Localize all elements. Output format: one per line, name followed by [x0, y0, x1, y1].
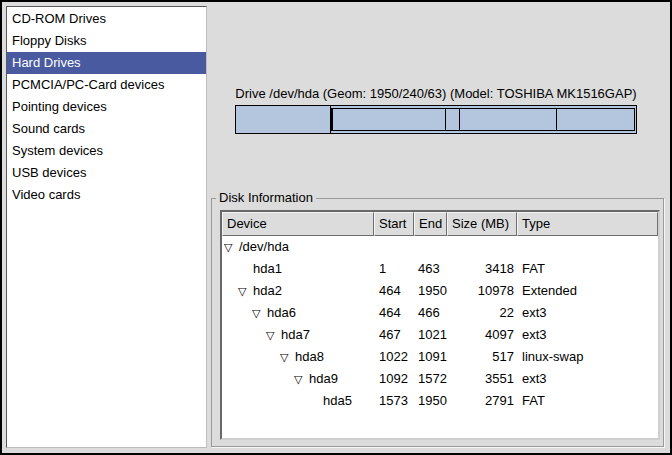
device-label: hda9	[309, 371, 338, 386]
type-cell: FAT	[517, 258, 658, 280]
device-label: hda7	[281, 327, 310, 342]
end-cell: 463	[414, 258, 447, 280]
table-body: ▽/dev/hdahda114633418FAT▽hda246419501097…	[222, 236, 658, 412]
device-cell: ▽hda2	[222, 280, 374, 302]
partition-segment-hda8	[446, 109, 460, 130]
sidebar-item-cd-rom-drives[interactable]: CD-ROM Drives	[7, 8, 206, 30]
partition-bar	[235, 105, 637, 134]
size-cell: 10978	[447, 280, 517, 302]
table-row-hda2[interactable]: ▽hda2464195010978Extended	[222, 280, 658, 302]
device-label: hda5	[323, 393, 352, 408]
sidebar-item-pcmcia-pc-card-devices[interactable]: PCMCIA/PC-Card devices	[7, 74, 206, 96]
disk-information-table[interactable]: Device Start End Size (MB) Type ▽/dev/hd…	[220, 210, 660, 440]
end-cell: 1091	[414, 346, 447, 368]
size-cell: 3551	[447, 368, 517, 390]
table-row-hda1[interactable]: hda114633418FAT	[222, 258, 658, 280]
sidebar-item-sound-cards[interactable]: Sound cards	[7, 118, 206, 140]
end-cell: 466	[414, 302, 447, 324]
device-cell: hda1	[222, 258, 374, 280]
drive-title: Drive /dev/hda (Geom: 1950/240/63) (Mode…	[235, 86, 637, 101]
expander-triangle-icon[interactable]: ▽	[266, 325, 281, 346]
type-cell: linux-swap	[517, 346, 658, 368]
column-header-start[interactable]: Start	[374, 212, 414, 236]
table-row-hda5[interactable]: hda5157319502791FAT	[222, 390, 658, 412]
end-cell: 1021	[414, 324, 447, 346]
start-cell	[374, 236, 414, 258]
size-cell	[447, 236, 517, 258]
table-header-row: Device Start End Size (MB) Type	[222, 212, 658, 236]
device-label: hda6	[267, 305, 296, 320]
sidebar-item-system-devices[interactable]: System devices	[7, 140, 206, 162]
disk-information-frame-label: Disk Information	[216, 190, 316, 205]
size-cell: 3418	[447, 258, 517, 280]
expander-triangle-icon[interactable]: ▽	[252, 303, 267, 324]
expander-triangle-icon[interactable]: ▽	[224, 237, 239, 258]
type-cell: FAT	[517, 390, 658, 412]
end-cell: 1950	[414, 280, 447, 302]
type-cell: ext3	[517, 324, 658, 346]
device-label: hda8	[295, 349, 324, 364]
start-cell: 467	[374, 324, 414, 346]
sidebar-item-video-cards[interactable]: Video cards	[7, 184, 206, 206]
size-cell: 2791	[447, 390, 517, 412]
size-cell: 22	[447, 302, 517, 324]
size-cell: 517	[447, 346, 517, 368]
device-label: hda1	[253, 261, 282, 276]
device-cell: ▽/dev/hda	[222, 236, 374, 258]
device-label: hda2	[253, 283, 282, 298]
device-cell: ▽hda6	[222, 302, 374, 324]
partition-segment-hda7	[333, 109, 446, 130]
start-cell: 1092	[374, 368, 414, 390]
expander-triangle-icon[interactable]: ▽	[294, 369, 309, 390]
sidebar-item-pointing-devices[interactable]: Pointing devices	[7, 96, 206, 118]
extended-partition-box-hda2	[331, 108, 635, 131]
table-row-hda9[interactable]: ▽hda9109215723551ext3	[222, 368, 658, 390]
device-cell: hda5	[222, 390, 374, 412]
end-cell: 1572	[414, 368, 447, 390]
sidebar-item-usb-devices[interactable]: USB devices	[7, 162, 206, 184]
end-cell: 1950	[414, 390, 447, 412]
device-category-list[interactable]: CD-ROM DrivesFloppy DisksHard DrivesPCMC…	[6, 6, 207, 448]
end-cell	[414, 236, 447, 258]
column-header-size-mb[interactable]: Size (MB)	[447, 212, 517, 236]
start-cell: 1	[374, 258, 414, 280]
table-row-hda8[interactable]: ▽hda810221091517linux-swap	[222, 346, 658, 368]
column-header-end[interactable]: End	[414, 212, 447, 236]
table-row-hda7[interactable]: ▽hda746710214097ext3	[222, 324, 658, 346]
type-cell: ext3	[517, 302, 658, 324]
partition-segment-hda5	[557, 109, 634, 130]
partition-segment-hda1	[236, 106, 331, 133]
table-row-dev-hda[interactable]: ▽/dev/hda	[222, 236, 658, 258]
sidebar-item-floppy-disks[interactable]: Floppy Disks	[7, 30, 206, 52]
column-header-type[interactable]: Type	[517, 212, 658, 236]
device-label: /dev/hda	[239, 239, 289, 254]
device-cell: ▽hda9	[222, 368, 374, 390]
start-cell: 1573	[374, 390, 414, 412]
sidebar-item-hard-drives[interactable]: Hard Drives	[7, 52, 206, 74]
partition-segment-hda9	[460, 109, 558, 130]
type-cell	[517, 236, 658, 258]
table-row-hda6[interactable]: ▽hda646446622ext3	[222, 302, 658, 324]
device-cell: ▽hda8	[222, 346, 374, 368]
start-cell: 1022	[374, 346, 414, 368]
expander-triangle-icon[interactable]: ▽	[280, 347, 295, 368]
expander-triangle-icon[interactable]: ▽	[238, 281, 253, 302]
device-cell: ▽hda7	[222, 324, 374, 346]
type-cell: ext3	[517, 368, 658, 390]
hardware-browser-window: CD-ROM DrivesFloppy DisksHard DrivesPCMC…	[0, 0, 672, 455]
column-header-device[interactable]: Device	[222, 212, 374, 236]
size-cell: 4097	[447, 324, 517, 346]
type-cell: Extended	[517, 280, 658, 302]
start-cell: 464	[374, 302, 414, 324]
start-cell: 464	[374, 280, 414, 302]
